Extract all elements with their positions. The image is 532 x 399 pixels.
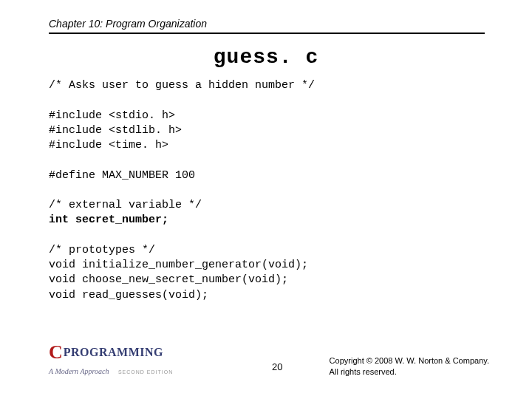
chapter-underline (49, 33, 485, 34)
code-line: void read_guesses(void); (49, 289, 208, 301)
code-line: void initialize_number_generator(void); (49, 259, 308, 271)
code-line: /* prototypes */ (49, 244, 155, 256)
logo-edition: SECOND EDITION (118, 369, 173, 375)
chapter-heading: Chapter 10: Program Organization (49, 18, 207, 30)
footer: C PROGRAMMING A Modern Approach SECOND E… (49, 347, 502, 377)
slide-title: guess. c (0, 46, 532, 69)
book-logo: C PROGRAMMING A Modern Approach SECOND E… (49, 341, 211, 377)
logo-programming: PROGRAMMING (64, 346, 163, 359)
page-number: 20 (272, 361, 282, 372)
copyright-line: All rights reserved. (330, 366, 489, 377)
code-line: /* external variable */ (49, 199, 202, 211)
code-line: #include <stdio. h> (49, 109, 175, 122)
code-line: #define MAX_NUMBER 100 (49, 169, 195, 182)
code-line-bold: int secret_number; (49, 214, 168, 226)
copyright: Copyright © 2008 W. W. Norton & Company.… (330, 355, 489, 377)
code-line: #include <stdlib. h> (49, 124, 182, 137)
logo-c-letter: C (49, 341, 62, 364)
copyright-line: Copyright © 2008 W. W. Norton & Company. (330, 355, 489, 366)
logo-subtitle-row: A Modern Approach SECOND EDITION (49, 364, 211, 377)
code-block: /* Asks user to guess a hidden number */… (49, 78, 315, 303)
code-line: void choose_new_secret_number(void); (49, 273, 288, 286)
code-line: #include <time. h> (49, 139, 168, 151)
code-line: /* Asks user to guess a hidden number */ (49, 79, 315, 92)
logo-top-row: C PROGRAMMING (49, 341, 211, 364)
logo-subtitle: A Modern Approach (49, 367, 109, 375)
